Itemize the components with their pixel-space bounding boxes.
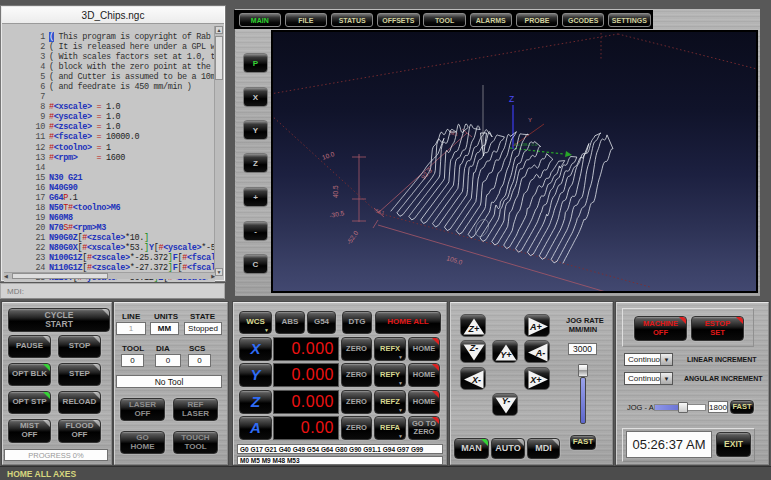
svg-text:A-: A-	[535, 348, 546, 358]
svg-text:X+: X+	[529, 375, 542, 385]
svg-text:105.0: 105.0	[446, 254, 464, 266]
svg-text:Z-: Z-	[469, 343, 479, 353]
svg-text:Y+: Y+	[500, 350, 512, 360]
svg-text:-56.1: -56.1	[374, 208, 386, 215]
svg-text:40.5: 40.5	[332, 185, 339, 198]
svg-text:-30.5: -30.5	[329, 209, 345, 219]
svg-text:10.0: 10.0	[321, 150, 336, 161]
svg-text:-52.0: -52.0	[345, 229, 359, 245]
svg-text:Z: Z	[509, 94, 514, 104]
svg-text:Y: Y	[528, 117, 532, 123]
svg-text:Z+: Z+	[468, 324, 480, 334]
svg-text:X-: X-	[471, 375, 481, 385]
svg-text:Y-: Y-	[502, 396, 510, 406]
svg-text:A+: A+	[529, 322, 542, 332]
